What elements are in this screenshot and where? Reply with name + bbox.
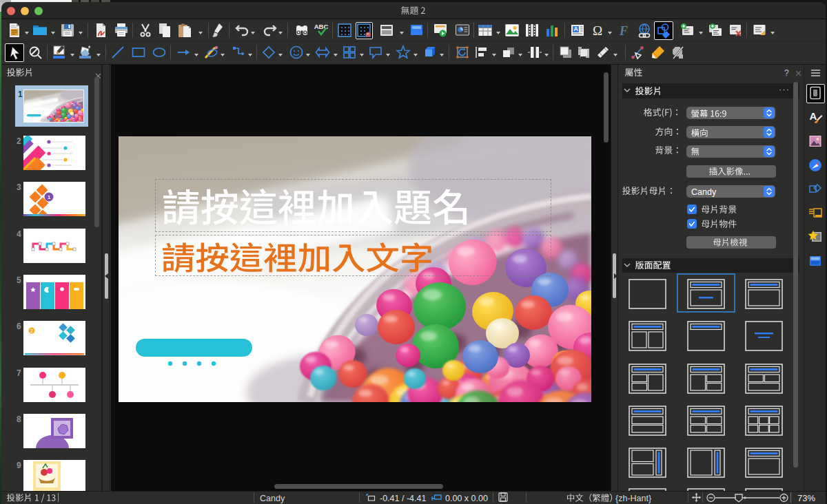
svg-text:1: 1 <box>48 194 50 200</box>
svg-text:F: F <box>619 24 628 38</box>
svg-text:A: A <box>810 110 817 122</box>
svg-text:Ω: Ω <box>593 23 602 38</box>
svg-text:2: 2 <box>30 328 33 333</box>
svg-text:A: A <box>573 25 578 32</box>
